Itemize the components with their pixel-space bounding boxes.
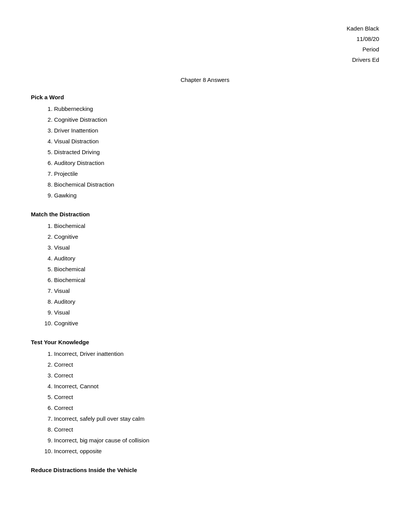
list-item: Cognitive Distraction [54,115,379,124]
list-item: Biochemical [54,265,379,274]
header-info: Kaden Black 11/08/20 Period Drivers Ed [31,23,379,65]
section-reduce-distractions: Reduce Distractions Inside the Vehicle [31,467,379,473]
list-test-your-knowledge: Incorrect, Driver inattentionCorrectCorr… [31,349,379,456]
list-item: Incorrect, opposite [54,447,379,456]
list-item: Gawking [54,191,379,200]
list-item: Correct [54,403,379,413]
list-item: Visual [54,308,379,317]
list-item: Incorrect, safely pull over stay calm [54,414,379,423]
section-title-test-your-knowledge: Test Your Knowledge [31,339,379,345]
list-item: Visual Distraction [54,137,379,146]
student-name: Kaden Black [31,23,379,34]
student-class: Drivers Ed [31,54,379,65]
section-title-pick-a-word: Pick a Word [31,94,379,100]
list-item: Visual [54,243,379,252]
list-item: Projectile [54,169,379,178]
list-item: Rubbernecking [54,104,379,114]
list-item: Distracted Driving [54,148,379,157]
list-item: Cognitive [54,319,379,328]
page-title: Chapter 8 Answers [31,76,379,83]
section-title-match-the-distraction: Match the Distraction [31,211,379,218]
student-date: 11/08/20 [31,34,379,44]
list-item: Driver Inattention [54,126,379,135]
list-item: Biochemical Distraction [54,180,379,189]
list-item: Incorrect, Driver inattention [54,349,379,359]
list-item: Correct [54,360,379,369]
list-item: Incorrect, big major cause of collision [54,436,379,445]
list-item: Auditory [54,297,379,306]
list-item: Correct [54,393,379,402]
list-item: Correct [54,371,379,380]
list-pick-a-word: RubberneckingCognitive DistractionDriver… [31,104,379,200]
section-title-reduce-distractions: Reduce Distractions Inside the Vehicle [31,467,379,473]
list-item: Visual [54,286,379,296]
section-match-the-distraction: Match the DistractionBiochemicalCognitiv… [31,211,379,328]
section-pick-a-word: Pick a WordRubberneckingCognitive Distra… [31,94,379,200]
list-item: Biochemical [54,221,379,231]
list-item: Correct [54,425,379,434]
list-item: Auditory Distraction [54,158,379,168]
section-test-your-knowledge: Test Your KnowledgeIncorrect, Driver ina… [31,339,379,456]
list-match-the-distraction: BiochemicalCognitiveVisualAuditoryBioche… [31,221,379,328]
list-item: Auditory [54,254,379,263]
list-item: Biochemical [54,275,379,285]
student-period: Period [31,44,379,54]
list-item: Incorrect, Cannot [54,382,379,391]
list-item: Cognitive [54,232,379,241]
